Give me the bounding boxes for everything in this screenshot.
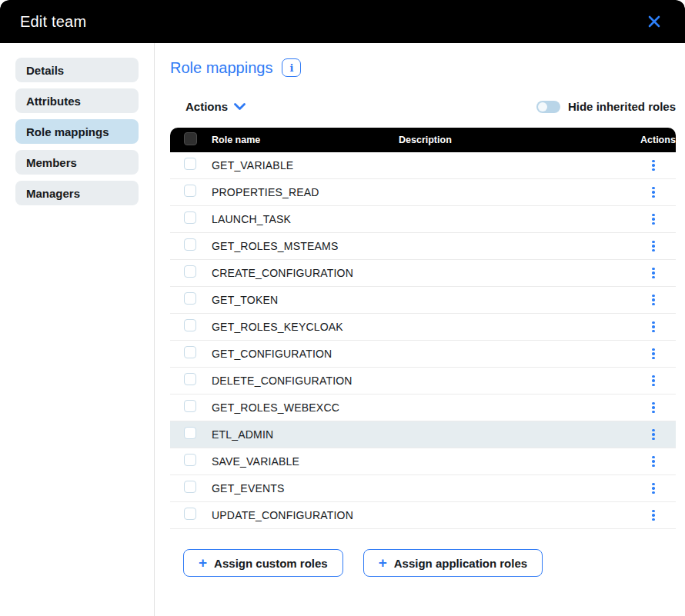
dialog-header: Edit team [0, 0, 685, 43]
kebab-menu-icon[interactable] [647, 238, 660, 255]
select-all-checkbox[interactable] [184, 132, 197, 145]
controls-row: Actions Hide inherited roles [170, 100, 676, 113]
table-row[interactable]: SAVE_VARIABLE [170, 448, 676, 475]
role-name-cell: PROPERTIES_READ [212, 186, 399, 198]
sidebar: Details Attributes Role mappings Members… [0, 43, 155, 616]
kebab-menu-icon[interactable] [647, 318, 660, 336]
role-name-cell: GET_ROLES_KEYCLOAK [212, 321, 399, 333]
kebab-menu-icon[interactable] [647, 157, 660, 175]
sidebar-item-label: Attributes [26, 95, 81, 108]
role-name-cell: ETL_ADMIN [212, 428, 399, 441]
column-header-actions: Actions [640, 135, 671, 145]
sidebar-item-label: Members [26, 156, 77, 169]
sidebar-item-label: Details [26, 64, 64, 77]
close-button[interactable] [643, 11, 665, 32]
role-name-cell: CREATE_CONFIGURATION [212, 267, 399, 279]
table-row[interactable]: GET_ROLES_WEBEXCC [170, 395, 676, 421]
kebab-menu-icon[interactable] [647, 480, 660, 498]
title-row: Role mappings i [170, 58, 676, 77]
table-row[interactable]: GET_ROLES_MSTEAMS [170, 233, 676, 260]
kebab-menu-icon[interactable] [647, 345, 660, 363]
plus-icon: + [379, 555, 387, 570]
role-name-cell: GET_TOKEN [212, 294, 399, 306]
plus-icon: + [199, 555, 207, 570]
table-row[interactable]: GET_EVENTS [170, 475, 676, 502]
sidebar-item-members[interactable]: Members [15, 150, 139, 175]
table-row[interactable]: GET_VARIABLE [170, 152, 676, 179]
role-name-cell: GET_VARIABLE [212, 159, 399, 171]
kebab-menu-icon[interactable] [647, 453, 660, 471]
actions-dropdown-label: Actions [185, 100, 228, 113]
sidebar-item-attributes[interactable]: Attributes [15, 88, 139, 113]
row-checkbox[interactable] [184, 373, 196, 385]
assign-custom-roles-label: Assign custom roles [214, 557, 328, 570]
row-checkbox[interactable] [184, 185, 196, 197]
section-title: Role mappings [170, 59, 272, 77]
assign-application-roles-button[interactable]: + Assign application roles [363, 549, 543, 577]
table-row[interactable]: GET_TOKEN [170, 287, 676, 314]
close-icon [647, 15, 661, 28]
info-icon[interactable]: i [282, 58, 301, 77]
role-name-cell: GET_ROLES_MSTEAMS [212, 240, 399, 252]
column-header-role-name: Role name [212, 135, 399, 145]
assign-application-roles-label: Assign application roles [394, 557, 527, 570]
row-checkbox[interactable] [184, 292, 196, 305]
hide-inherited-roles-toggle[interactable] [536, 101, 560, 113]
role-mappings-table: Role name Description Actions GET_VARIAB… [170, 128, 676, 529]
row-checkbox[interactable] [184, 211, 196, 224]
kebab-menu-icon[interactable] [647, 426, 660, 444]
role-name-cell: GET_EVENTS [212, 482, 399, 494]
hide-inherited-control: Hide inherited roles [536, 100, 676, 113]
sidebar-item-managers[interactable]: Managers [15, 181, 139, 205]
table-row[interactable]: LAUNCH_TASK [170, 206, 676, 233]
table-row[interactable]: CREATE_CONFIGURATION [170, 260, 676, 287]
kebab-menu-icon[interactable] [647, 507, 660, 524]
table-row[interactable]: GET_CONFIGURATION [170, 341, 676, 368]
kebab-menu-icon[interactable] [647, 372, 660, 390]
chevron-down-icon [234, 103, 246, 111]
dialog-title: Edit team [20, 13, 86, 31]
hide-inherited-roles-label: Hide inherited roles [568, 100, 676, 113]
row-checkbox[interactable] [184, 265, 196, 278]
role-name-cell: UPDATE_CONFIGURATION [212, 509, 399, 521]
row-checkbox[interactable] [184, 158, 196, 170]
kebab-menu-icon[interactable] [647, 291, 660, 309]
table-row[interactable]: DELETE_CONFIGURATION [170, 368, 676, 395]
main-panel: Role mappings i Actions Hide inherited r… [155, 43, 685, 616]
kebab-menu-icon[interactable] [647, 399, 660, 417]
row-checkbox[interactable] [184, 481, 196, 493]
sidebar-item-details[interactable]: Details [15, 58, 139, 82]
toggle-knob [538, 102, 547, 112]
table-body: GET_VARIABLE PROPERTIES_READ LAUNCH_TASK… [170, 152, 676, 529]
kebab-menu-icon[interactable] [647, 211, 660, 228]
row-checkbox[interactable] [184, 454, 196, 466]
actions-dropdown[interactable]: Actions [185, 100, 246, 113]
table-row[interactable]: ETL_ADMIN [170, 421, 676, 448]
role-name-cell: GET_ROLES_WEBEXCC [212, 401, 399, 414]
table-row[interactable]: UPDATE_CONFIGURATION [170, 502, 676, 529]
kebab-menu-icon[interactable] [647, 265, 660, 282]
role-name-cell: SAVE_VARIABLE [212, 455, 399, 468]
row-checkbox[interactable] [184, 400, 196, 412]
role-name-cell: DELETE_CONFIGURATION [212, 375, 399, 387]
table-row[interactable]: PROPERTIES_READ [170, 179, 676, 206]
row-checkbox[interactable] [184, 346, 196, 358]
table-row[interactable]: GET_ROLES_KEYCLOAK [170, 314, 676, 341]
row-checkbox[interactable] [184, 319, 196, 331]
sidebar-item-label: Role mappings [26, 125, 109, 138]
sidebar-item-label: Managers [26, 187, 80, 200]
row-checkbox[interactable] [184, 427, 196, 439]
sidebar-item-role-mappings[interactable]: Role mappings [15, 119, 139, 144]
role-name-cell: GET_CONFIGURATION [212, 348, 399, 360]
row-checkbox[interactable] [184, 238, 196, 251]
kebab-menu-icon[interactable] [647, 184, 660, 201]
column-header-description: Description [399, 135, 640, 145]
table-header: Role name Description Actions [170, 128, 676, 152]
role-name-cell: LAUNCH_TASK [212, 213, 399, 225]
edit-team-dialog: Edit team Details Attributes Role mappin… [0, 0, 685, 616]
footer-buttons: + Assign custom roles + Assign applicati… [170, 549, 676, 577]
row-checkbox[interactable] [184, 508, 196, 520]
assign-custom-roles-button[interactable]: + Assign custom roles [183, 549, 343, 577]
